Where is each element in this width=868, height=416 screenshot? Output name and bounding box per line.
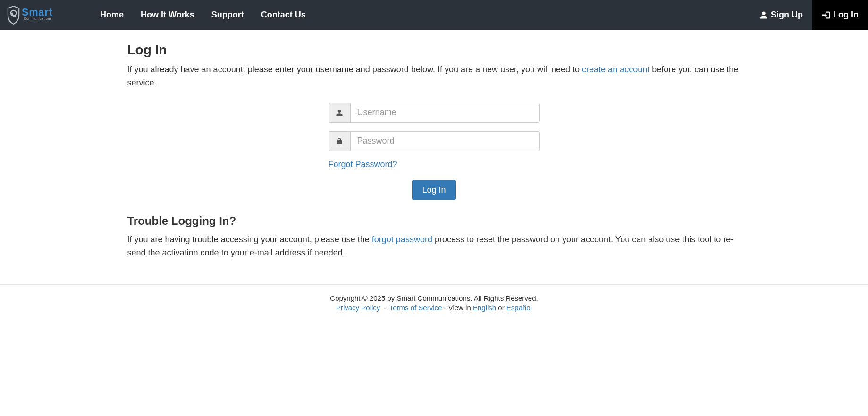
lock-icon (336, 137, 343, 145)
login-button[interactable]: Log In (412, 180, 455, 200)
nav-links: Home How It Works Support Contact Us (92, 0, 314, 30)
password-input[interactable] (350, 131, 540, 151)
password-group (329, 131, 540, 151)
page-title: Log In (127, 42, 741, 58)
nav-signup[interactable]: Sign Up (750, 0, 812, 30)
login-icon (822, 11, 830, 19)
main-content: Log In If you already have an account, p… (123, 30, 746, 274)
username-group (329, 103, 540, 123)
trouble-paragraph: If you are having trouble accessing your… (127, 233, 741, 260)
footer: Copyright © 2025 by Smart Communications… (0, 285, 868, 331)
svg-text:Communications: Communications (24, 17, 51, 21)
lock-icon-addon (329, 131, 350, 151)
terms-link[interactable]: Terms of Service (389, 304, 442, 312)
username-input[interactable] (350, 103, 540, 123)
user-icon-addon (329, 103, 350, 123)
login-form: Forgot Password? Log In (329, 103, 540, 200)
copyright-text: Copyright © 2025 by Smart Communications… (5, 294, 863, 302)
espanol-link[interactable]: Español (506, 304, 532, 312)
forgot-row: Forgot Password? (329, 160, 540, 170)
view-in-label: - View in (442, 304, 473, 312)
intro-paragraph: If you already have an account, please e… (127, 63, 741, 90)
nav-right: Sign Up Log In (750, 0, 868, 30)
nav-how-it-works[interactable]: How It Works (132, 0, 203, 30)
trouble-text-before: If you are having trouble accessing your… (127, 235, 372, 244)
footer-links: Privacy Policy - Terms of Service - View… (5, 304, 863, 312)
nav-home[interactable]: Home (92, 0, 132, 30)
nav-contact-us[interactable]: Contact Us (253, 0, 314, 30)
or-label: or (496, 304, 506, 312)
trouble-heading: Trouble Logging In? (127, 214, 741, 228)
forgot-password-inline-link[interactable]: forgot password (372, 235, 432, 244)
intro-text-before: If you already have an account, please e… (127, 65, 582, 74)
nav-signup-label: Sign Up (771, 10, 803, 20)
privacy-link[interactable]: Privacy Policy (336, 304, 380, 312)
user-icon (336, 109, 343, 117)
top-navbar: Smart Communications Home How It Works S… (0, 0, 868, 30)
brand-logo[interactable]: Smart Communications (0, 0, 89, 30)
nav-login-label: Log In (833, 10, 859, 20)
nav-login[interactable]: Log In (812, 0, 868, 30)
nav-support[interactable]: Support (203, 0, 253, 30)
create-account-link[interactable]: create an account (582, 65, 649, 74)
submit-row: Log In (329, 180, 540, 200)
footer-sep-1: - (381, 304, 388, 312)
user-icon (759, 11, 768, 19)
forgot-password-link[interactable]: Forgot Password? (329, 160, 397, 169)
english-link[interactable]: English (473, 304, 496, 312)
